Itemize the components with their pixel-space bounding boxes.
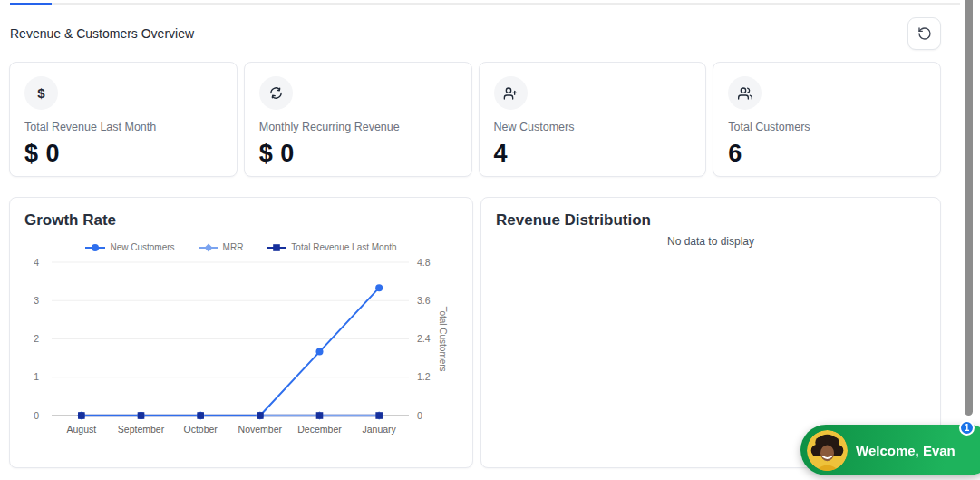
tab-strip-underline <box>10 3 960 5</box>
stat-label: Total Customers <box>728 121 926 133</box>
legend-label: Total Revenue Last Month <box>291 242 396 252</box>
cycle-icon <box>259 76 293 110</box>
vertical-scrollbar[interactable] <box>965 0 973 416</box>
legend-item[interactable]: MRR <box>199 242 244 252</box>
svg-text:November: November <box>238 424 283 435</box>
legend-label: MRR <box>223 242 244 252</box>
welcome-text: Welcome, Evan <box>856 443 956 458</box>
svg-text:August: August <box>66 424 96 435</box>
svg-text:October: October <box>183 424 218 435</box>
revenue-distribution-title: Revenue Distribution <box>496 211 926 230</box>
notification-badge: 1 <box>959 420 975 436</box>
svg-text:4.8: 4.8 <box>417 257 431 268</box>
stat-value: $ 0 <box>259 140 457 168</box>
stat-label: Total Revenue Last Month <box>24 121 222 133</box>
stat-label: Monthly Recurring Revenue <box>259 121 457 133</box>
page-header: Revenue & Customers Overview <box>10 15 941 52</box>
dollar-icon: $ <box>24 76 58 110</box>
svg-text:December: December <box>297 424 342 435</box>
stat-label: New Customers <box>494 121 692 133</box>
avatar <box>807 430 848 471</box>
svg-text:1.2: 1.2 <box>417 371 431 382</box>
stat-value: 6 <box>728 140 926 168</box>
stat-value: 4 <box>494 140 692 168</box>
svg-text:4: 4 <box>34 257 39 268</box>
charts-row: Growth Rate New CustomersMRRTotal Revenu… <box>9 197 941 468</box>
stat-card-total-customers: Total Customers 6 <box>713 62 941 177</box>
legend-marker-icon <box>267 243 286 252</box>
chart-legend[interactable]: New CustomersMRRTotal Revenue Last Month <box>24 242 458 252</box>
svg-text:January: January <box>362 424 396 435</box>
legend-label: New Customers <box>110 242 174 252</box>
svg-text:Total Customers: Total Customers <box>438 306 448 371</box>
main-content: $ Total Revenue Last Month $ 0 Monthly R… <box>9 62 941 468</box>
growth-rate-title: Growth Rate <box>24 211 458 230</box>
stat-card-new-customers: New Customers 4 <box>479 62 707 177</box>
svg-text:September: September <box>118 424 165 435</box>
stat-card-mrr: Monthly Recurring Revenue $ 0 <box>244 62 472 177</box>
stats-row: $ Total Revenue Last Month $ 0 Monthly R… <box>9 62 941 177</box>
svg-text:2: 2 <box>34 333 39 344</box>
svg-text:2.4: 2.4 <box>417 333 431 344</box>
svg-text:1: 1 <box>34 371 39 382</box>
user-plus-icon <box>494 76 528 110</box>
svg-text:0: 0 <box>417 410 422 421</box>
svg-text:3.6: 3.6 <box>417 295 431 306</box>
legend-marker-icon <box>199 243 218 252</box>
stat-value: $ 0 <box>24 140 222 168</box>
rotate-ccw-icon <box>917 26 932 41</box>
legend-marker-icon <box>85 243 105 252</box>
growth-chart: 0123401.22.43.64.8Total CustomersAugustS… <box>24 252 458 441</box>
page-title: Revenue & Customers Overview <box>10 26 194 41</box>
no-data-message: No data to display <box>481 235 940 248</box>
users-icon <box>728 76 762 110</box>
refresh-button[interactable] <box>907 17 941 50</box>
growth-rate-card: Growth Rate New CustomersMRRTotal Revenu… <box>9 197 473 468</box>
legend-item[interactable]: Total Revenue Last Month <box>267 242 396 252</box>
active-tab-indicator <box>10 3 52 5</box>
welcome-chat-widget[interactable]: Welcome, Evan 1 <box>800 425 980 475</box>
legend-item[interactable]: New Customers <box>85 242 174 252</box>
svg-text:0: 0 <box>34 410 39 421</box>
stat-card-total-revenue: $ Total Revenue Last Month $ 0 <box>9 62 238 177</box>
svg-text:3: 3 <box>34 295 39 306</box>
